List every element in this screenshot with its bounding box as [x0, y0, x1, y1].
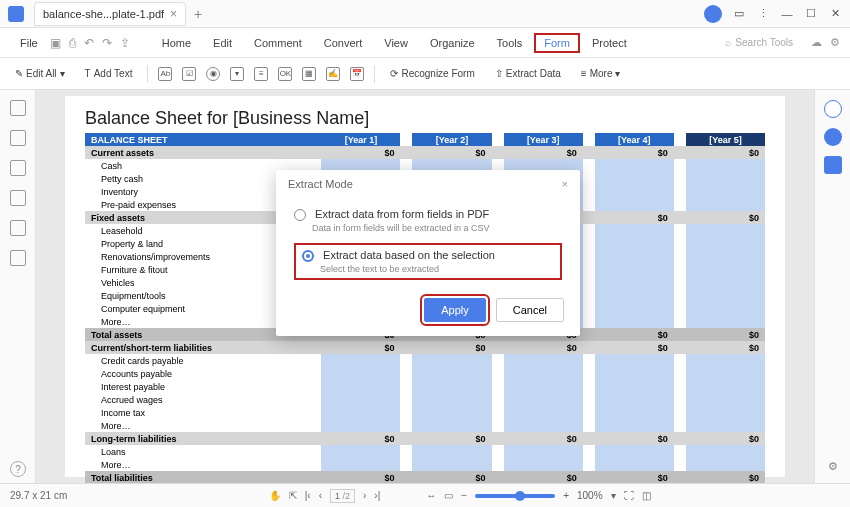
- properties-icon[interactable]: [824, 100, 842, 118]
- zoom-slider[interactable]: [475, 494, 555, 498]
- fit-page-icon[interactable]: ▭: [444, 490, 453, 501]
- menu-comment[interactable]: Comment: [244, 33, 312, 53]
- chevron-down-icon[interactable]: ▾: [611, 490, 616, 501]
- fit-width-icon[interactable]: ↔: [426, 490, 436, 501]
- opt1-label: Extract data from form fields in PDF: [315, 208, 489, 220]
- extract-from-selection-option[interactable]: Extract data based on the selection Sele…: [294, 243, 562, 280]
- first-page-icon[interactable]: |‹: [305, 490, 311, 501]
- checkbox-field-icon[interactable]: ☑: [182, 67, 196, 81]
- cell-value: [595, 354, 674, 367]
- help-icon[interactable]: ?: [10, 461, 26, 477]
- user-avatar-icon[interactable]: [704, 5, 722, 23]
- opt2-desc: Select the text to be extracted: [320, 264, 554, 274]
- menu-organize[interactable]: Organize: [420, 33, 485, 53]
- menu-tools[interactable]: Tools: [487, 33, 533, 53]
- select-tool-icon[interactable]: ⇱: [289, 490, 297, 501]
- cell-value: [595, 458, 674, 471]
- listbox-field-icon[interactable]: ≡: [254, 67, 268, 81]
- cell-value: [686, 289, 765, 302]
- attachments-icon[interactable]: [10, 190, 26, 206]
- cell-value: $0: [595, 432, 674, 445]
- search-panel-icon[interactable]: [10, 220, 26, 236]
- menu-home[interactable]: Home: [152, 33, 201, 53]
- radio-field-icon[interactable]: ◉: [206, 67, 220, 81]
- menu-protect[interactable]: Protect: [582, 33, 637, 53]
- document-tab[interactable]: balance-she...plate-1.pdf ×: [34, 2, 186, 26]
- qat-undo-icon[interactable]: ↶: [84, 36, 94, 50]
- page-number-input[interactable]: 1 /2: [330, 489, 355, 503]
- menu-form[interactable]: Form: [534, 33, 580, 53]
- text-field-icon[interactable]: Ab: [158, 67, 172, 81]
- image-field-icon[interactable]: ▦: [302, 67, 316, 81]
- table-row: Income tax: [85, 406, 765, 419]
- search-tools[interactable]: ⌕ Search Tools: [725, 37, 793, 48]
- signature-field-icon[interactable]: ✍: [326, 67, 340, 81]
- hand-tool-icon[interactable]: ✋: [269, 490, 281, 501]
- sidebar-left: [0, 90, 36, 483]
- qat-save-icon[interactable]: ▣: [50, 36, 61, 50]
- ai-assistant-icon[interactable]: [824, 128, 842, 146]
- year-4-header: [Year 4]: [595, 133, 674, 146]
- extract-from-fields-option[interactable]: Extract data from form fields in PDF Dat…: [294, 204, 562, 237]
- read-mode-icon[interactable]: ◫: [642, 490, 651, 501]
- maximize-icon[interactable]: ☐: [804, 7, 818, 21]
- window-compact-icon[interactable]: ▭: [732, 7, 746, 21]
- cell-value: [412, 354, 491, 367]
- qat-redo-icon[interactable]: ↷: [102, 36, 112, 50]
- add-tab-button[interactable]: +: [194, 6, 202, 22]
- edit-all-button[interactable]: ✎ Edit All ▾: [10, 65, 70, 82]
- cell-value: [686, 159, 765, 172]
- cell-value: [504, 380, 583, 393]
- more-button[interactable]: ≡ More ▾: [576, 65, 626, 82]
- cell-value: [686, 237, 765, 250]
- cell-value: [321, 393, 400, 406]
- prev-page-icon[interactable]: ‹: [319, 490, 322, 501]
- settings-gear-icon[interactable]: ⚙: [830, 36, 840, 49]
- add-text-label: Add Text: [94, 68, 133, 79]
- close-tab-icon[interactable]: ×: [170, 7, 177, 21]
- table-row: More…: [85, 458, 765, 471]
- menu-view[interactable]: View: [374, 33, 418, 53]
- recognize-form-button[interactable]: ⟳ Recognize Form: [385, 65, 479, 82]
- qat-share-icon[interactable]: ⇪: [120, 36, 130, 50]
- date-field-icon[interactable]: 📅: [350, 67, 364, 81]
- add-text-button[interactable]: T Add Text: [80, 65, 138, 82]
- cell-value: [686, 185, 765, 198]
- fullscreen-icon[interactable]: ⛶: [624, 490, 634, 501]
- next-page-icon[interactable]: ›: [363, 490, 366, 501]
- apply-button[interactable]: Apply: [424, 298, 486, 322]
- row-label: Accounts payable: [85, 367, 321, 380]
- last-page-icon[interactable]: ›|: [374, 490, 380, 501]
- zoom-in-icon[interactable]: +: [563, 490, 569, 501]
- cell-value: [595, 419, 674, 432]
- cell-value: [412, 393, 491, 406]
- zoom-out-icon[interactable]: −: [461, 490, 467, 501]
- minimize-icon[interactable]: —: [780, 7, 794, 21]
- sidebar-settings-icon[interactable]: ⚙: [828, 460, 838, 473]
- menu-file[interactable]: File: [10, 33, 48, 53]
- cell-value: [686, 224, 765, 237]
- cloud-icon[interactable]: ☁: [811, 36, 822, 49]
- menu-edit[interactable]: Edit: [203, 33, 242, 53]
- extract-data-button[interactable]: ⇧ Extract Data: [490, 65, 566, 82]
- qat-print-icon[interactable]: ⎙: [69, 36, 76, 50]
- window-menu-icon[interactable]: ⋮: [756, 7, 770, 21]
- cell-value: [412, 419, 491, 432]
- cell-value: $0: [686, 146, 765, 159]
- button-field-icon[interactable]: OK: [278, 67, 292, 81]
- dropdown-field-icon[interactable]: ▾: [230, 67, 244, 81]
- layers-icon[interactable]: [10, 250, 26, 266]
- cell-value: [595, 289, 674, 302]
- bookmarks-icon[interactable]: [10, 130, 26, 146]
- templates-icon[interactable]: [824, 156, 842, 174]
- dialog-close-icon[interactable]: ×: [562, 178, 568, 190]
- cell-value: [595, 406, 674, 419]
- security-icon[interactable]: [10, 160, 26, 176]
- zoom-value[interactable]: 100%: [577, 490, 603, 501]
- thumbnails-icon[interactable]: [10, 100, 26, 116]
- menu-convert[interactable]: Convert: [314, 33, 373, 53]
- cell-value: $0: [321, 432, 400, 445]
- close-window-icon[interactable]: ✕: [828, 7, 842, 21]
- cancel-button[interactable]: Cancel: [496, 298, 564, 322]
- cell-value: $0: [412, 471, 491, 483]
